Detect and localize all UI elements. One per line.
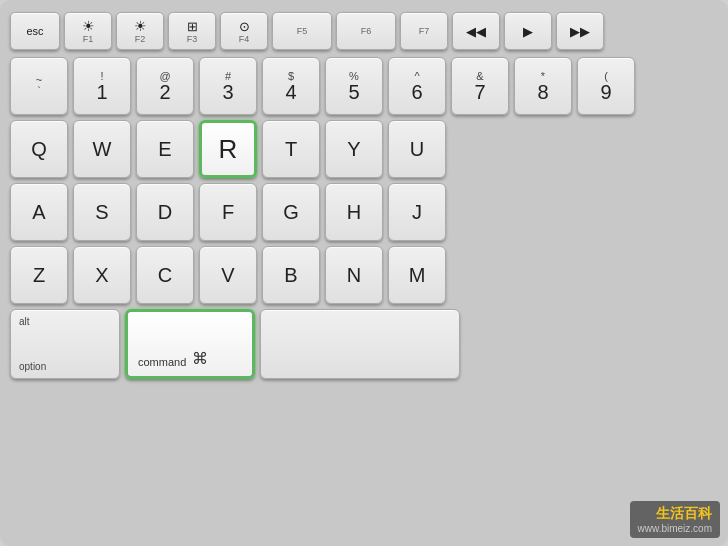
- key-2[interactable]: @ 2: [136, 57, 194, 115]
- key-f6[interactable]: F6: [336, 12, 396, 50]
- watermark-url: www.bimeiz.com: [638, 523, 712, 534]
- key-5[interactable]: % 5: [325, 57, 383, 115]
- key-f9[interactable]: ▶: [504, 12, 552, 50]
- key-f4[interactable]: ⊙ F4: [220, 12, 268, 50]
- key-8[interactable]: * 8: [514, 57, 572, 115]
- key-f1[interactable]: ☀ F1: [64, 12, 112, 50]
- key-3[interactable]: # 3: [199, 57, 257, 115]
- option-label: option: [19, 361, 46, 372]
- alt-label: alt: [19, 316, 30, 327]
- zxcv-row: Z X C V B N M: [10, 246, 718, 304]
- key-f2[interactable]: ☀ F2: [116, 12, 164, 50]
- key-f7[interactable]: F7: [400, 12, 448, 50]
- key-f[interactable]: F: [199, 183, 257, 241]
- bottom-row: alt option command ⌘: [10, 309, 718, 384]
- key-a[interactable]: A: [10, 183, 68, 241]
- key-z[interactable]: Z: [10, 246, 68, 304]
- asdf-row: A S D F G H J: [10, 183, 718, 241]
- key-space[interactable]: [260, 309, 460, 379]
- key-j[interactable]: J: [388, 183, 446, 241]
- key-n[interactable]: N: [325, 246, 383, 304]
- number-row: ~ ` ! 1 @ 2 # 3 $ 4 % 5 ^ 6 & 7: [10, 57, 718, 115]
- watermark: 生活百科 www.bimeiz.com: [630, 501, 720, 538]
- key-h[interactable]: H: [325, 183, 383, 241]
- key-f3[interactable]: ⊞ F3: [168, 12, 216, 50]
- key-c[interactable]: C: [136, 246, 194, 304]
- fn-row: esc ☀ F1 ☀ F2 ⊞ F3 ⊙ F4 F5 F6 F7 ◀◀ ▶: [10, 12, 718, 50]
- key-d[interactable]: D: [136, 183, 194, 241]
- key-command[interactable]: command ⌘: [125, 309, 255, 379]
- key-f8[interactable]: ◀◀: [452, 12, 500, 50]
- key-esc[interactable]: esc: [10, 12, 60, 50]
- key-w[interactable]: W: [73, 120, 131, 178]
- key-v[interactable]: V: [199, 246, 257, 304]
- keyboard: esc ☀ F1 ☀ F2 ⊞ F3 ⊙ F4 F5 F6 F7 ◀◀ ▶: [0, 0, 728, 546]
- key-u[interactable]: U: [388, 120, 446, 178]
- key-t[interactable]: T: [262, 120, 320, 178]
- key-q[interactable]: Q: [10, 120, 68, 178]
- watermark-title: 生活百科: [656, 505, 712, 523]
- key-e[interactable]: E: [136, 120, 194, 178]
- key-x[interactable]: X: [73, 246, 131, 304]
- qwerty-row: Q W E R T Y U: [10, 120, 718, 178]
- key-s[interactable]: S: [73, 183, 131, 241]
- key-f10[interactable]: ▶▶: [556, 12, 604, 50]
- key-1[interactable]: ! 1: [73, 57, 131, 115]
- key-7[interactable]: & 7: [451, 57, 509, 115]
- command-symbol: ⌘: [192, 349, 208, 368]
- command-label: command: [138, 356, 186, 368]
- key-y[interactable]: Y: [325, 120, 383, 178]
- key-g[interactable]: G: [262, 183, 320, 241]
- key-m[interactable]: M: [388, 246, 446, 304]
- key-alt-option[interactable]: alt option: [10, 309, 120, 379]
- key-6[interactable]: ^ 6: [388, 57, 446, 115]
- key-r[interactable]: R: [199, 120, 257, 178]
- key-9[interactable]: ( 9: [577, 57, 635, 115]
- key-4[interactable]: $ 4: [262, 57, 320, 115]
- key-b[interactable]: B: [262, 246, 320, 304]
- key-f5[interactable]: F5: [272, 12, 332, 50]
- key-tilde[interactable]: ~ `: [10, 57, 68, 115]
